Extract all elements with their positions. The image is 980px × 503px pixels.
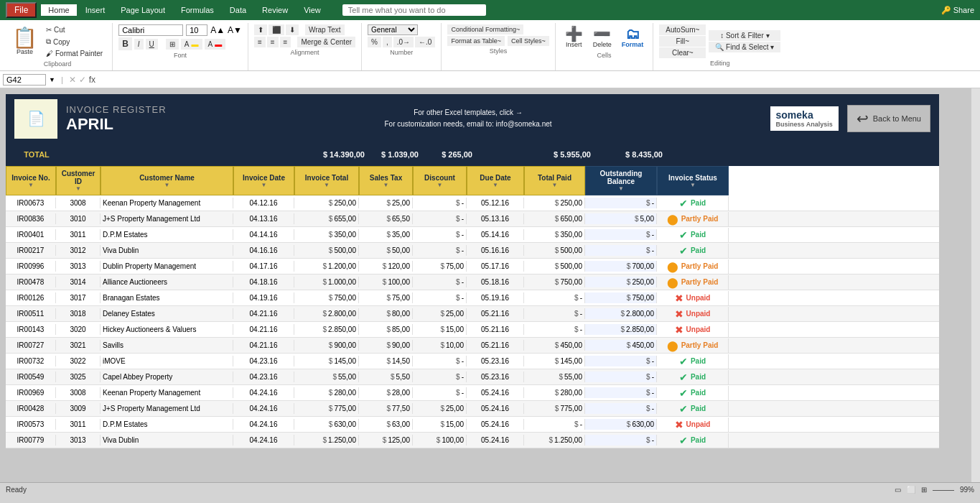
table-row[interactable]: IR00478 3014 Alliance Auctioneers 04.18.… [6, 274, 939, 290]
delete-button[interactable]: ➖ Delete [589, 24, 615, 50]
italic-button[interactable]: I [134, 39, 144, 50]
th-invoice-no[interactable]: Invoice No. ▼ [6, 166, 56, 195]
share-button[interactable]: 🔑 Share [941, 6, 974, 15]
table-row[interactable]: IR00511 3018 Delaney Estates 04.21.16 $2… [6, 306, 939, 322]
th-customer-name[interactable]: Customer Name ▼ [101, 166, 233, 195]
fill-color-button[interactable]: A▬ [181, 39, 202, 50]
table-row[interactable]: IR00836 3010 J+S Property Management Ltd… [6, 211, 939, 227]
font-size-selector[interactable] [186, 24, 207, 36]
tab-data[interactable]: Data [223, 4, 253, 16]
cell-styles-button[interactable]: Cell Styles~ [508, 36, 549, 46]
th-due-date[interactable]: Due Date ▼ [467, 166, 524, 195]
underline-button[interactable]: U [146, 39, 158, 50]
th-outstanding-balance[interactable]: Outstanding Balance ▼ [585, 166, 657, 195]
table-row[interactable]: IR00401 3011 D.P.M Estates 04.14.16 $350… [6, 227, 939, 243]
th-invoice-total[interactable]: Invoice Total ▼ [294, 166, 359, 195]
th-invoice-status[interactable]: Invoice Status ▼ [657, 166, 729, 195]
wrap-text-button[interactable]: Wrap Text [305, 24, 345, 35]
back-to-menu-button[interactable]: ↩ Back to Menu [847, 105, 930, 132]
align-top-button[interactable]: ⬆ [254, 24, 267, 35]
bold-button[interactable]: B [118, 37, 132, 50]
decrease-font-icon[interactable]: A▼ [228, 25, 242, 35]
comma-button[interactable]: , [383, 37, 392, 47]
align-left-button[interactable]: ≡ [254, 37, 266, 47]
cell-invoice-date: 04.21.16 [233, 324, 294, 335]
th-discount[interactable]: Discount ▼ [413, 166, 467, 195]
confirm-formula-icon[interactable]: ✓ [79, 75, 86, 85]
increase-decimal-button[interactable]: .0→ [393, 37, 414, 47]
find-select-button[interactable]: 🔍 Find & Select ▾ [709, 42, 780, 52]
tab-view[interactable]: View [297, 4, 328, 16]
tab-home[interactable]: Home [41, 4, 76, 16]
cell-sales-tax: $28,00 [359, 387, 413, 398]
file-tab[interactable]: File [6, 2, 37, 18]
autosum-button[interactable]: AutoSum~ [659, 24, 706, 35]
font-name-selector[interactable] [118, 24, 183, 36]
border-button[interactable]: ⊞ [166, 39, 179, 50]
sort-filter-button[interactable]: ↕ Sort & Filter ▾ [709, 30, 780, 41]
formula-input[interactable] [98, 75, 977, 85]
fill-button[interactable]: Fill~ [659, 36, 706, 47]
cell-invoice-total: $1.000,00 [294, 277, 359, 287]
cell-invoice-status: ⬤ Partly Paid [657, 212, 729, 226]
number-format-select[interactable]: General Number Currency [368, 24, 418, 35]
align-right-button[interactable]: ≡ [280, 37, 291, 47]
cell-invoice-status: ✖ Unpaid [657, 307, 729, 321]
font-color-button[interactable]: A▬ [205, 39, 226, 50]
format-painter-button[interactable]: 🖌Format Painter [42, 48, 106, 59]
page-layout-view-icon[interactable]: ⬜ [907, 486, 915, 494]
page-break-view-icon[interactable]: ⊞ [921, 486, 927, 494]
tell-me-search[interactable] [342, 4, 486, 16]
table-row[interactable]: IR00673 3008 Keenan Property Management … [6, 195, 939, 211]
copy-button[interactable]: ⧉Copy [42, 36, 106, 47]
cell-total-paid: $55,00 [524, 372, 585, 382]
paste-button[interactable]: 📋 Paste [9, 26, 41, 57]
format-button[interactable]: 🗂 Format [618, 24, 648, 50]
conditional-formatting-button[interactable]: Conditional Formatting~ [447, 24, 523, 34]
align-bottom-button[interactable]: ⬇ [286, 24, 299, 35]
percent-button[interactable]: % [368, 37, 381, 47]
align-middle-button[interactable]: ⬛ [269, 24, 284, 35]
table-row[interactable]: IR00996 3013 Dublin Property Management … [6, 259, 939, 274]
clear-button[interactable]: Clear~ [659, 47, 706, 58]
table-row[interactable]: IR00143 3020 Hickey Auctioneers & Valuer… [6, 322, 939, 338]
th-sales-tax[interactable]: Sales Tax ▼ [359, 166, 413, 195]
table-row[interactable]: IR00779 3013 Viva Dublin 04.24.16 $1.250… [6, 433, 939, 448]
table-row[interactable]: IR00549 3025 Capel Abbey Property 04.23.… [6, 369, 939, 385]
insert-button[interactable]: ➕ Insert [561, 24, 587, 50]
tab-review[interactable]: Review [255, 4, 295, 16]
ribbon-group-alignment: ⬆ ⬛ ⬇ Wrap Text ≡ ≡ ≡ Merge & Center Ali… [248, 23, 362, 70]
th-customer-id[interactable]: Customer ID ▼ [56, 166, 101, 195]
cut-button[interactable]: ✂Cut [42, 24, 106, 35]
zoom-slider[interactable]: ——— [933, 486, 954, 494]
table-row[interactable]: IR00969 3008 Keenan Property Management … [6, 385, 939, 401]
cell-invoice-no: IR00573 [6, 419, 56, 430]
table-row[interactable]: IR00727 3021 Savills 04.21.16 $900,00 $9… [6, 338, 939, 354]
merge-center-button[interactable]: Merge & Center [297, 37, 355, 47]
th-total-paid[interactable]: Total Paid ▼ [524, 166, 585, 195]
table-row[interactable]: IR00217 3012 Viva Dublin 04.16.16 $500,0… [6, 243, 939, 259]
decrease-decimal-button[interactable]: ←.0 [415, 37, 435, 47]
table-row[interactable]: IR00732 3022 iMOVE 04.23.16 $145,00 $14,… [6, 354, 939, 369]
align-center-button[interactable]: ≡ [267, 37, 279, 47]
table-row[interactable]: IR00428 3009 J+S Property Management Ltd… [6, 401, 939, 417]
tab-page-layout[interactable]: Page Layout [113, 4, 172, 16]
cancel-formula-icon[interactable]: ✕ [69, 75, 76, 85]
cell-sales-tax: $63,00 [359, 419, 413, 430]
vertical-scrollbar[interactable] [971, 88, 980, 482]
cell-outstanding-balance: $250,00 [585, 277, 657, 287]
table-row[interactable]: IR00126 3017 Branagan Estates 04.19.16 $… [6, 290, 939, 306]
table-row[interactable]: IR00573 3011 D.P.M Estates 04.24.16 $630… [6, 417, 939, 433]
tab-insert[interactable]: Insert [78, 4, 113, 16]
increase-font-icon[interactable]: A▲ [210, 25, 225, 35]
cell-customer-name: Viva Dublin [101, 245, 233, 256]
cell-total-paid: $750,00 [524, 277, 585, 287]
normal-view-icon[interactable]: ▭ [895, 486, 901, 494]
cell-invoice-status: ✔ Paid [657, 433, 729, 448]
expand-name-box-icon[interactable]: ▼ [49, 76, 55, 83]
insert-function-icon[interactable]: fx [89, 75, 95, 85]
format-as-table-button[interactable]: Format as Table~ [447, 36, 505, 46]
cell-reference-box[interactable] [3, 74, 46, 86]
th-invoice-date[interactable]: Invoice Date ▼ [233, 166, 294, 195]
tab-formulas[interactable]: Formulas [174, 4, 221, 16]
